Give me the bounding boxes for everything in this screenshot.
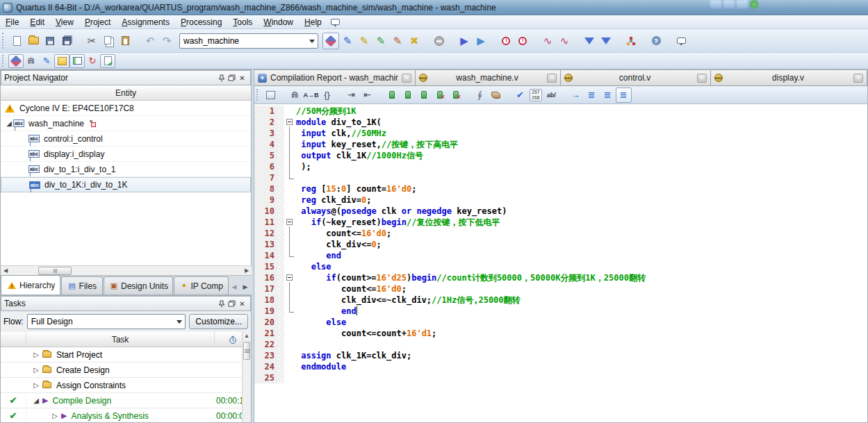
tab-design-units[interactable]: ▣Design Units <box>104 276 174 295</box>
notes-icon[interactable] <box>54 54 69 68</box>
menu-tools[interactable]: Tools <box>227 16 258 28</box>
code-text[interactable]: count<=count+16'd1; <box>296 328 867 339</box>
close-icon[interactable]: ✕ <box>697 74 707 83</box>
close-icon[interactable]: ✕ <box>237 73 247 83</box>
float-window-icon[interactable] <box>227 73 237 83</box>
code-text[interactable]: if(~key_reset)begin//复位按键，按下低电平 <box>296 217 867 228</box>
code-text[interactable]: input clk,//50MHz <box>296 128 867 139</box>
code-text[interactable]: reg clk_div=0; <box>296 194 867 206</box>
task-row-assign-constraints[interactable]: ▷Assign Constraints <box>1 378 251 393</box>
layout-icon[interactable] <box>69 54 85 68</box>
macro-icon[interactable] <box>488 88 504 103</box>
bookmark-next-icon[interactable] <box>400 88 416 103</box>
code-text[interactable]: input key_reset,//按键，按下高电平 <box>296 139 867 150</box>
edit-icon[interactable]: ✎ <box>39 54 54 68</box>
task-expander-icon[interactable]: ▷ <box>32 351 40 358</box>
code-text[interactable]: if(count>=16'd25)begin//count计数到50000，50… <box>296 272 867 283</box>
code-text[interactable]: module div_to_1K( <box>296 117 867 128</box>
code-text[interactable]: else <box>296 317 867 328</box>
cut-icon[interactable]: ✂ <box>83 33 100 49</box>
code-text[interactable]: output clk_1K//1000Hz信号 <box>296 150 867 161</box>
timing-analyzer-icon[interactable] <box>514 33 531 49</box>
menu-assignments[interactable]: Assignments <box>116 16 175 28</box>
outline-expand-icon[interactable]: ≣ <box>600 88 616 103</box>
copy-icon[interactable] <box>100 33 117 49</box>
tree-item-div_to_1K[interactable]: abcdiv_to_1K:i_div_to_1K <box>1 177 251 192</box>
revision-combobox[interactable]: wash_machine <box>179 33 318 49</box>
code-text[interactable]: count<=16'd0; <box>296 283 867 295</box>
code-text[interactable]: always@(posedge clk or negedge key_reset… <box>296 206 867 217</box>
tree-item-control[interactable]: abccontrol:i_control <box>1 131 251 147</box>
bookmark-toggle-icon[interactable] <box>384 88 400 103</box>
code-text[interactable]: //50M分频到1K <box>296 106 867 117</box>
code-text[interactable] <box>296 372 867 383</box>
close-icon[interactable]: ✕ <box>402 74 411 83</box>
chip-planner-icon[interactable]: ✎ <box>372 33 389 49</box>
goto-icon[interactable]: → <box>568 88 584 103</box>
hierarchy-viewer-icon[interactable] <box>623 33 639 49</box>
timing-constraints-icon[interactable]: ✎ <box>389 33 406 49</box>
code-text[interactable]: count<=16'd0; <box>296 228 867 239</box>
close-icon[interactable]: ✕ <box>237 299 247 308</box>
task-table-header[interactable]: Task <box>1 332 251 347</box>
scroll-right-icon[interactable]: ▶ <box>242 266 252 276</box>
paste-icon[interactable] <box>117 33 133 49</box>
code-text[interactable]: else <box>296 261 867 272</box>
fold-collapse-icon[interactable] <box>286 119 293 125</box>
scrollbar-thumb[interactable] <box>38 267 72 275</box>
code-text[interactable] <box>296 339 867 350</box>
start-compilation-icon[interactable]: ▶ <box>456 33 473 49</box>
fold-collapse-icon[interactable] <box>286 274 293 281</box>
toolbar-grip[interactable] <box>256 89 260 101</box>
assignment-editor-icon[interactable]: ✎ <box>339 33 356 49</box>
timequest-icon[interactable] <box>498 33 514 49</box>
scroll-up-icon[interactable]: ▲ <box>243 332 251 340</box>
unindent-icon[interactable]: ⇤ <box>359 88 375 103</box>
syntax-check-icon[interactable]: ✔ <box>512 88 528 103</box>
bookmark-prev-icon[interactable] <box>416 88 432 103</box>
compass-icon[interactable] <box>8 54 24 68</box>
start-analysis-icon[interactable]: ▶ <box>473 33 489 49</box>
menu-edit[interactable]: Edit <box>24 16 50 28</box>
close-icon[interactable]: ✕ <box>853 74 863 83</box>
task-row-create-design[interactable]: ▷Create Design <box>1 363 251 378</box>
code-text[interactable]: end <box>296 306 867 317</box>
code-text[interactable] <box>296 172 867 183</box>
find-icon[interactable]: ⋒ <box>287 88 303 103</box>
navigator-horizontal-scrollbar[interactable]: ◀ ▶ <box>1 265 252 275</box>
code-text[interactable]: reg [15:0] count=16'd0; <box>296 183 867 194</box>
float-window-icon[interactable] <box>227 299 237 308</box>
technology-viewer-icon[interactable]: ∿ <box>556 33 573 49</box>
outline-all-icon[interactable]: ≣ <box>616 88 632 103</box>
outline-collapse-icon[interactable]: ≣ <box>584 88 600 103</box>
new-file-icon[interactable] <box>8 33 25 49</box>
task-expander-icon[interactable]: ▷ <box>32 366 40 374</box>
editor-tab-display.v[interactable]: abcdisplay.v✕ <box>711 70 867 85</box>
scroll-left-icon[interactable]: ◀ <box>1 266 10 276</box>
code-text[interactable]: clk_div<=~clk_div;//1Hz信号,25000翻转 <box>296 295 867 306</box>
redo-icon[interactable]: ↷ <box>158 33 175 49</box>
editor-tab-control.v[interactable]: abccontrol.v✕ <box>561 70 711 85</box>
task-expander-icon[interactable]: ▷ <box>32 381 40 389</box>
menu-file[interactable]: File <box>0 16 24 28</box>
settings-icon[interactable] <box>322 33 339 49</box>
match-brace-icon[interactable]: {} <box>319 88 335 103</box>
code-editor[interactable]: 1//50M分频到1K2module div_to_1K(3 input clk… <box>254 104 867 422</box>
tab-scroll-right-icon[interactable]: ▶ <box>240 282 250 292</box>
menu-view[interactable]: View <box>50 16 79 28</box>
task-row-compile-design[interactable]: ✔◢▶Compile Design00:00:18 <box>1 393 251 408</box>
code-text[interactable]: end <box>296 250 867 261</box>
code-text[interactable]: assign clk_1K=clk_div; <box>296 350 867 361</box>
entity-column-header[interactable]: Entity <box>1 85 251 101</box>
flow-combobox[interactable]: Full Design <box>27 314 186 329</box>
replace-icon[interactable]: A→B <box>303 88 319 103</box>
pin-planner-icon[interactable]: ✎ <box>356 33 372 49</box>
attach-icon[interactable]: ∮ <box>472 88 488 103</box>
tab-ip-comp[interactable]: ✦IP Comp <box>174 276 229 295</box>
menu-processing[interactable]: Processing <box>175 16 227 28</box>
toolbar-grip[interactable] <box>2 33 6 49</box>
menu-project[interactable]: Project <box>79 16 116 28</box>
save-all-icon[interactable] <box>58 33 75 49</box>
stop-icon[interactable] <box>431 33 448 49</box>
editor-tab-compilation-report-wash-machine[interactable]: ▼Compilation Report - wash_machine✕ <box>254 70 416 85</box>
